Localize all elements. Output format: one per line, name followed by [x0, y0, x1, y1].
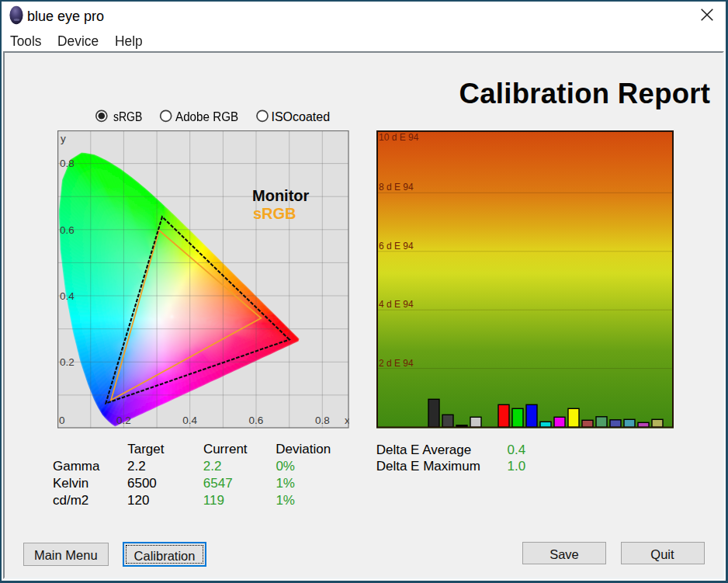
svg-text:0: 0	[59, 415, 65, 426]
svg-text:0.6: 0.6	[60, 224, 75, 236]
svg-text:6 d E 94: 6 d E 94	[379, 241, 414, 252]
svg-text:sRGB: sRGB	[253, 205, 296, 222]
svg-text:0.2: 0.2	[60, 356, 75, 368]
svg-text:0.2: 0.2	[116, 415, 131, 426]
svg-text:0.8: 0.8	[315, 415, 330, 426]
svg-text:0.4: 0.4	[182, 415, 197, 426]
svg-text:10 d E 94: 10 d E 94	[379, 132, 419, 143]
svg-text:0.6: 0.6	[249, 415, 264, 426]
svg-text:2 d E 94: 2 d E 94	[379, 358, 414, 369]
svg-text:4 d E 94: 4 d E 94	[379, 299, 414, 310]
svg-text:y: y	[61, 133, 66, 144]
svg-text:8 d E 94: 8 d E 94	[379, 182, 414, 193]
svg-text:0.4: 0.4	[60, 290, 75, 302]
svg-text:Monitor: Monitor	[252, 187, 310, 204]
svg-text:0.8: 0.8	[60, 158, 75, 169]
